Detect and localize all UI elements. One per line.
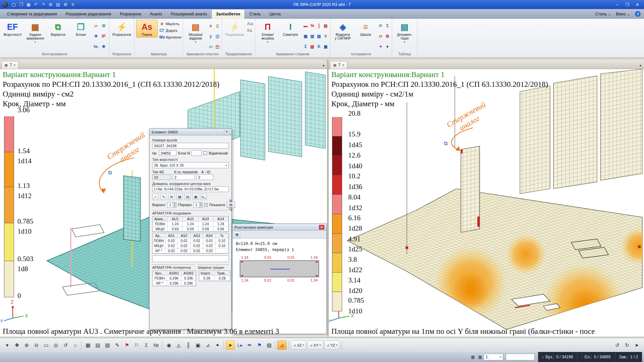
ribbon-small-button[interactable]: ✱ bbox=[101, 42, 107, 51]
fragment-icon[interactable]: ▤ bbox=[93, 341, 102, 350]
ribbon-small-button[interactable]: ▧ bbox=[316, 32, 322, 41]
variant-spinner[interactable]: 1▲▼ bbox=[167, 202, 176, 208]
tab-list-caret-icon[interactable]: ▾ bbox=[321, 64, 326, 69]
ribbon-small-button[interactable]: ⇄ bbox=[378, 32, 383, 41]
ribbon-tab[interactable]: Розширене редагування bbox=[61, 9, 116, 19]
section-icon[interactable]: ▧ bbox=[103, 341, 112, 350]
ribbon-small-button[interactable]: IP bbox=[101, 32, 107, 41]
ribbon-big-button[interactable]: ❒Блоки bbox=[70, 20, 92, 45]
edit-icon[interactable]: ✎ bbox=[113, 341, 122, 350]
ribbon-tab[interactable]: Розширений аналіз bbox=[166, 9, 211, 19]
wall-mesh[interactable] bbox=[240, 80, 265, 160]
white-flag-icon[interactable]: ⚐ bbox=[132, 341, 141, 350]
ribbon-small-button[interactable]: K bbox=[316, 42, 322, 51]
mesh-toggle-icon[interactable]: ▦ bbox=[84, 341, 93, 350]
tab-close-icon[interactable]: × bbox=[342, 63, 344, 67]
minimize-button[interactable]: – bbox=[612, 1, 622, 8]
dialog-close-icon[interactable]: ✕ bbox=[224, 130, 229, 134]
ribbon-small-button[interactable]: ⊞ bbox=[385, 32, 390, 41]
axis-tool-icon[interactable]: ⌁ bbox=[152, 194, 159, 200]
ribbon-big-button[interactable]: ⧉Варіанти bbox=[47, 20, 69, 45]
rotate-cw-icon[interactable]: ↻ bbox=[623, 341, 632, 350]
rotate-ccw-icon[interactable]: ↺ bbox=[613, 341, 622, 350]
ribbon-small-button[interactable]: ⟳ bbox=[378, 21, 383, 31]
rebar-placement-dialog[interactable]: Розстановка арматури ✕ ▦ B=110.0 H=25.0 … bbox=[232, 224, 327, 334]
ribbon-small-button[interactable]: ✦ bbox=[378, 42, 383, 51]
ribbon-small-button[interactable]: ▱ bbox=[93, 21, 100, 31]
highlight-icon[interactable]: ✦ bbox=[213, 341, 222, 350]
ribbon-big-button[interactable]: ≡Шкала bbox=[355, 20, 376, 41]
view-tab-7[interactable]: ▣ 7 × bbox=[1, 61, 19, 69]
section-spinner[interactable]: 1▲▼ bbox=[193, 202, 203, 208]
length-field[interactable]: L=3м, Хс=64.233м, Ус=23.038м, Zc=17.6м bbox=[152, 186, 229, 192]
compass-icon[interactable]: ➤ bbox=[632, 341, 641, 350]
viewport-left[interactable]: ▣ 7 × ▾ bbox=[0, 60, 327, 337]
wall-mesh[interactable] bbox=[553, 76, 597, 189]
ribbon-tab[interactable]: Цегла bbox=[265, 9, 285, 19]
k3-tool-icon[interactable]: K₃ bbox=[201, 194, 207, 200]
ribbon-small-button[interactable]: ▩ bbox=[323, 42, 328, 51]
stiffness-combo[interactable]: 28. Брус 110 Х 25▾ bbox=[152, 162, 229, 168]
grid-tool-icon[interactable]: ▦ bbox=[176, 194, 183, 200]
ribbon-small-button[interactable]: ▦ bbox=[303, 32, 308, 41]
tab-close-icon[interactable]: × bbox=[13, 63, 15, 67]
fit-view-icon[interactable]: ◎ bbox=[51, 341, 60, 350]
help-icon[interactable]: ? bbox=[635, 11, 641, 17]
zoom-window-icon[interactable]: ▭ bbox=[42, 341, 51, 350]
ribbon-small-button[interactable]: ║ bbox=[316, 21, 322, 31]
ribbon-small-button[interactable]: ▯ bbox=[215, 21, 220, 31]
ribbon-small-button[interactable]: ▨ bbox=[310, 42, 315, 51]
style-menu[interactable]: Стиль ⌄ bbox=[595, 12, 611, 16]
ribbon-big-button[interactable]: ▤Мозаїка/ відрізки▾ bbox=[185, 20, 206, 45]
tab-list-caret-icon[interactable]: ▾ bbox=[638, 64, 643, 69]
ribbon-small-button[interactable]: ⊞ bbox=[101, 21, 107, 31]
projection-plane-button[interactable]: ⊿ XZ ▾ bbox=[291, 341, 306, 350]
ribbon-small-button[interactable]: ▾ bbox=[385, 42, 390, 51]
ribbon-small-button[interactable]: ✚ bbox=[93, 32, 100, 41]
window-menu[interactable]: Вікно ⌄ bbox=[616, 12, 630, 16]
zoom-in-icon[interactable]: ⊕ bbox=[22, 341, 31, 350]
element-dialog[interactable]: Елемент 34855 ✕ Номери вузлів 34197, 341… bbox=[149, 128, 232, 329]
zoom-out-icon[interactable]: ⊖ bbox=[32, 341, 41, 350]
marked-checkbox[interactable] bbox=[203, 151, 207, 155]
ribbon-big-button[interactable]: ΙСиметрія bbox=[280, 20, 301, 45]
projection-plane-button[interactable]: ⊿ XY ▾ bbox=[307, 341, 323, 350]
id-field[interactable]: 2 bbox=[197, 174, 213, 180]
ribbon-big-button[interactable]: ΠЕпюри/ мозаїка▾ bbox=[257, 20, 278, 45]
numbers-icon[interactable]: № bbox=[152, 341, 161, 350]
panel-mesh[interactable] bbox=[123, 176, 141, 241]
ribbon-small-button[interactable]: y bbox=[208, 32, 213, 41]
dialog-title-bar[interactable]: Елемент 34855 ✕ bbox=[150, 129, 231, 135]
blue-flag-icon[interactable]: ⚑ bbox=[255, 341, 264, 350]
ribbon-tab[interactable]: Сталь bbox=[245, 9, 265, 19]
pan-icon[interactable]: ✚ bbox=[12, 341, 21, 350]
projection-plane-button[interactable]: ⊿ YZ ▾ bbox=[324, 341, 340, 350]
sections-count-field[interactable]: 2 bbox=[173, 174, 195, 180]
viewport-right[interactable]: ▣ 7 × ▾ bbox=[329, 60, 644, 337]
ribbon-big-button[interactable]: ⚡Розрахунок bbox=[111, 20, 132, 38]
pencil-icon[interactable]: ✏ bbox=[245, 341, 254, 350]
red-flag-icon[interactable]: ⚑ bbox=[122, 341, 131, 350]
ribbon-big-button[interactable]: AsПовна bbox=[136, 20, 158, 38]
ribbon-small-button[interactable]: ▬ bbox=[303, 21, 308, 31]
nodes-field[interactable]: 34197, 34198 bbox=[152, 143, 229, 148]
elements-icon[interactable]: ◬ bbox=[174, 341, 183, 350]
table-tool-icon[interactable]: ▤ bbox=[184, 194, 191, 200]
polyfilter-icon[interactable]: L▸ bbox=[235, 341, 245, 350]
wall-mesh[interactable] bbox=[600, 69, 642, 180]
viewport-canvas-left[interactable]: ⧉ Стержневий аналог Z X Y bbox=[0, 69, 327, 337]
ribbon-small-button[interactable]: x bbox=[208, 21, 213, 31]
ribbon-small-button[interactable]: МхКручення bbox=[159, 35, 181, 40]
ribbon-tab[interactable]: Аналіз bbox=[146, 9, 166, 19]
ribbon-big-button[interactable]: EFЖорсткості bbox=[2, 20, 23, 45]
copy-tool-icon[interactable]: ⧉ bbox=[168, 194, 175, 200]
ribbon-small-button[interactable]: ◫ bbox=[215, 32, 220, 41]
load-case-combo[interactable]: 1. ▾ bbox=[484, 354, 503, 360]
section-tool-icon[interactable]: ▣ bbox=[193, 194, 199, 200]
ribbon-small-button[interactable]: ↯ bbox=[323, 32, 328, 41]
panel-mesh[interactable] bbox=[461, 146, 480, 232]
element-number-field[interactable]: 34855 bbox=[159, 150, 176, 156]
ribbon-small-button[interactable]: ◰ bbox=[215, 42, 220, 51]
columns-icon[interactable]: ║ bbox=[184, 341, 193, 350]
layers-small-icon[interactable]: ▩ bbox=[477, 354, 484, 360]
